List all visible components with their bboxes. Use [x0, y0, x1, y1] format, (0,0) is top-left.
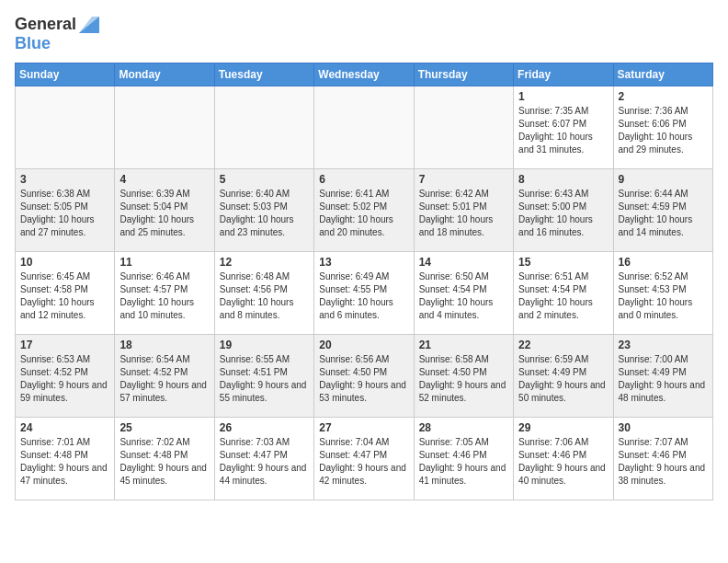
day-info: Sunrise: 7:35 AM Sunset: 6:07 PM Dayligh…	[518, 105, 608, 156]
calendar-cell: 7Sunrise: 6:42 AM Sunset: 5:01 PM Daylig…	[414, 169, 513, 252]
calendar-cell: 30Sunrise: 7:07 AM Sunset: 4:46 PM Dayli…	[613, 418, 712, 500]
day-number: 12	[220, 256, 309, 269]
day-number: 14	[419, 256, 508, 269]
calendar-cell: 5Sunrise: 6:40 AM Sunset: 5:03 PM Daylig…	[214, 169, 313, 252]
calendar-cell: 4Sunrise: 6:39 AM Sunset: 5:04 PM Daylig…	[115, 169, 214, 252]
day-info: Sunrise: 6:59 AM Sunset: 4:49 PM Dayligh…	[518, 353, 608, 405]
calendar-cell: 6Sunrise: 6:41 AM Sunset: 5:02 PM Daylig…	[314, 169, 414, 252]
calendar-cell: 26Sunrise: 7:03 AM Sunset: 4:47 PM Dayli…	[214, 418, 313, 500]
day-info: Sunrise: 6:52 AM Sunset: 4:53 PM Dayligh…	[619, 270, 708, 322]
calendar-cell: 9Sunrise: 6:44 AM Sunset: 4:59 PM Daylig…	[613, 169, 712, 252]
calendar-cell: 22Sunrise: 6:59 AM Sunset: 4:49 PM Dayli…	[514, 335, 613, 418]
day-number: 30	[619, 421, 708, 434]
day-info: Sunrise: 6:44 AM Sunset: 4:59 PM Dayligh…	[619, 188, 708, 239]
day-info: Sunrise: 6:38 AM Sunset: 5:05 PM Dayligh…	[20, 188, 109, 239]
day-number: 25	[119, 421, 209, 434]
calendar-cell: 14Sunrise: 6:50 AM Sunset: 4:54 PM Dayli…	[414, 252, 513, 335]
day-info: Sunrise: 6:54 AM Sunset: 4:52 PM Dayligh…	[119, 353, 209, 405]
day-info: Sunrise: 7:03 AM Sunset: 4:47 PM Dayligh…	[220, 436, 309, 488]
day-info: Sunrise: 7:07 AM Sunset: 4:46 PM Dayligh…	[619, 436, 708, 488]
calendar-cell: 18Sunrise: 6:54 AM Sunset: 4:52 PM Dayli…	[115, 335, 214, 418]
calendar-cell: 12Sunrise: 6:48 AM Sunset: 4:56 PM Dayli…	[214, 252, 313, 335]
day-number: 17	[20, 339, 109, 351]
calendar-cell: 20Sunrise: 6:56 AM Sunset: 4:50 PM Dayli…	[314, 335, 414, 418]
calendar-week-row: 1Sunrise: 7:35 AM Sunset: 6:07 PM Daylig…	[16, 86, 713, 169]
weekday-header-thursday: Thursday	[414, 63, 513, 86]
day-number: 20	[319, 339, 408, 351]
day-number: 26	[220, 421, 309, 434]
calendar-cell	[214, 86, 313, 169]
day-info: Sunrise: 6:43 AM Sunset: 5:00 PM Dayligh…	[518, 188, 608, 239]
weekday-header-monday: Monday	[115, 63, 214, 86]
day-number: 28	[419, 421, 508, 434]
day-info: Sunrise: 6:55 AM Sunset: 4:51 PM Dayligh…	[220, 353, 309, 405]
day-info: Sunrise: 7:00 AM Sunset: 4:49 PM Dayligh…	[619, 353, 708, 405]
day-info: Sunrise: 6:58 AM Sunset: 4:50 PM Dayligh…	[419, 353, 508, 405]
calendar-cell: 2Sunrise: 7:36 AM Sunset: 6:06 PM Daylig…	[613, 86, 712, 169]
logo-general-text: General	[15, 15, 76, 34]
day-number: 21	[419, 339, 508, 351]
calendar-cell: 15Sunrise: 6:51 AM Sunset: 4:54 PM Dayli…	[514, 252, 613, 335]
day-number: 8	[518, 173, 608, 186]
calendar-header-row: SundayMondayTuesdayWednesdayThursdayFrid…	[16, 63, 713, 86]
day-number: 6	[319, 173, 408, 186]
day-info: Sunrise: 7:04 AM Sunset: 4:47 PM Dayligh…	[319, 436, 408, 488]
weekday-header-saturday: Saturday	[613, 63, 712, 86]
day-info: Sunrise: 7:01 AM Sunset: 4:48 PM Dayligh…	[20, 436, 109, 488]
calendar-cell: 13Sunrise: 6:49 AM Sunset: 4:55 PM Dayli…	[314, 252, 414, 335]
day-number: 15	[518, 256, 608, 269]
day-number: 24	[20, 421, 109, 434]
day-info: Sunrise: 6:39 AM Sunset: 5:04 PM Dayligh…	[119, 188, 209, 239]
day-info: Sunrise: 6:49 AM Sunset: 4:55 PM Dayligh…	[319, 270, 408, 322]
day-number: 2	[619, 90, 708, 103]
calendar-cell	[414, 86, 513, 169]
calendar-cell	[314, 86, 414, 169]
calendar-cell: 11Sunrise: 6:46 AM Sunset: 4:57 PM Dayli…	[115, 252, 214, 335]
calendar-table: SundayMondayTuesdayWednesdayThursdayFrid…	[15, 63, 713, 500]
day-number: 5	[220, 173, 309, 186]
calendar-cell: 3Sunrise: 6:38 AM Sunset: 5:05 PM Daylig…	[16, 169, 115, 252]
day-number: 10	[20, 256, 109, 269]
day-info: Sunrise: 7:06 AM Sunset: 4:46 PM Dayligh…	[518, 436, 608, 488]
day-number: 1	[518, 90, 608, 103]
calendar-cell: 21Sunrise: 6:58 AM Sunset: 4:50 PM Dayli…	[414, 335, 513, 418]
day-info: Sunrise: 6:50 AM Sunset: 4:54 PM Dayligh…	[419, 270, 508, 322]
calendar-cell: 19Sunrise: 6:55 AM Sunset: 4:51 PM Dayli…	[214, 335, 313, 418]
calendar-cell: 17Sunrise: 6:53 AM Sunset: 4:52 PM Dayli…	[16, 335, 115, 418]
weekday-header-friday: Friday	[514, 63, 613, 86]
day-info: Sunrise: 6:46 AM Sunset: 4:57 PM Dayligh…	[119, 270, 209, 322]
day-number: 9	[619, 173, 708, 186]
calendar-cell: 8Sunrise: 6:43 AM Sunset: 5:00 PM Daylig…	[514, 169, 613, 252]
logo-blue-text: Blue	[15, 34, 51, 53]
calendar-cell: 16Sunrise: 6:52 AM Sunset: 4:53 PM Dayli…	[613, 252, 712, 335]
day-number: 4	[119, 173, 209, 186]
day-number: 29	[518, 421, 608, 434]
calendar-cell: 25Sunrise: 7:02 AM Sunset: 4:48 PM Dayli…	[115, 418, 214, 500]
day-info: Sunrise: 6:45 AM Sunset: 4:58 PM Dayligh…	[20, 270, 109, 322]
calendar-cell: 28Sunrise: 7:05 AM Sunset: 4:46 PM Dayli…	[414, 418, 513, 500]
logo: General Blue	[15, 15, 99, 53]
day-info: Sunrise: 7:05 AM Sunset: 4:46 PM Dayligh…	[419, 436, 508, 488]
calendar-cell: 29Sunrise: 7:06 AM Sunset: 4:46 PM Dayli…	[514, 418, 613, 500]
page-header: General Blue	[15, 15, 713, 53]
calendar-cell: 23Sunrise: 7:00 AM Sunset: 4:49 PM Dayli…	[613, 335, 712, 418]
calendar-cell	[16, 86, 115, 169]
weekday-header-sunday: Sunday	[16, 63, 115, 86]
logo-icon	[79, 17, 99, 33]
day-info: Sunrise: 7:36 AM Sunset: 6:06 PM Dayligh…	[619, 105, 708, 156]
day-info: Sunrise: 6:56 AM Sunset: 4:50 PM Dayligh…	[319, 353, 408, 405]
svg-marker-1	[79, 17, 99, 33]
day-number: 22	[518, 339, 608, 351]
calendar-cell: 1Sunrise: 7:35 AM Sunset: 6:07 PM Daylig…	[514, 86, 613, 169]
calendar-cell: 10Sunrise: 6:45 AM Sunset: 4:58 PM Dayli…	[16, 252, 115, 335]
weekday-header-tuesday: Tuesday	[214, 63, 313, 86]
day-info: Sunrise: 6:40 AM Sunset: 5:03 PM Dayligh…	[220, 188, 309, 239]
day-number: 16	[619, 256, 708, 269]
day-info: Sunrise: 7:02 AM Sunset: 4:48 PM Dayligh…	[119, 436, 209, 488]
calendar-cell: 24Sunrise: 7:01 AM Sunset: 4:48 PM Dayli…	[16, 418, 115, 500]
day-info: Sunrise: 6:53 AM Sunset: 4:52 PM Dayligh…	[20, 353, 109, 405]
calendar-week-row: 10Sunrise: 6:45 AM Sunset: 4:58 PM Dayli…	[16, 252, 713, 335]
day-number: 7	[419, 173, 508, 186]
calendar-week-row: 24Sunrise: 7:01 AM Sunset: 4:48 PM Dayli…	[16, 418, 713, 500]
day-number: 23	[619, 339, 708, 351]
